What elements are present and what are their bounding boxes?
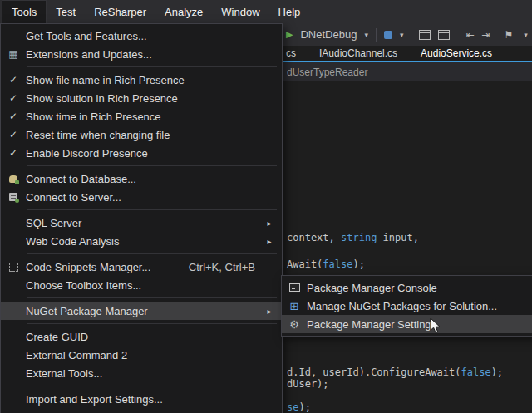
menu-item-customize[interactable]: Customize... (1, 408, 282, 413)
database-icon (9, 175, 17, 183)
code-line: Await(false); (287, 258, 365, 270)
chevron-down-icon[interactable]: ▾ (400, 31, 404, 39)
menu-separator (27, 209, 277, 210)
menubar: Tools Test ReSharper Analyze Window Help (0, 0, 532, 23)
extensions-icon: ▦ (8, 48, 17, 60)
menu-item-create-guid[interactable]: Create GUID (1, 327, 282, 346)
tab-audioservice[interactable]: AudioService.cs (409, 47, 504, 59)
tab-iaudiochannel[interactable]: IAudioChannel.cs (308, 47, 409, 59)
toolbar-overflow-icon[interactable]: ▾ (524, 31, 528, 39)
window-pane-icon[interactable] (419, 30, 431, 40)
submenu-arrow-icon: ▸ (262, 237, 277, 246)
menubar-item-tools[interactable]: Tools (2, 0, 47, 23)
checkmark-icon: ✓ (9, 74, 17, 86)
menu-separator (27, 386, 277, 386)
tools-menu: Get Tools and Features... ▦ Extensions a… (0, 23, 283, 413)
server-icon (9, 193, 17, 201)
menu-separator (27, 323, 277, 324)
menubar-item-test[interactable]: Test (47, 0, 85, 23)
checkmark-icon: ✓ (9, 129, 17, 140)
gear-icon: ⚙ (289, 318, 299, 331)
menu-item-package-manager-settings[interactable]: ⚙ Package Manager Settings (282, 315, 532, 333)
bookmark-icon[interactable]: ⚑ (505, 29, 514, 41)
debug-target-selector[interactable]: DNetDebug (300, 28, 357, 41)
indent-increase-icon[interactable]: ⇥ (482, 29, 490, 41)
menu-item-connect-to-server[interactable]: Connect to Server... (1, 188, 282, 206)
submenu-arrow-icon: ▸ (262, 219, 277, 228)
breadcrumb: dUserTypeReader (287, 66, 367, 78)
menu-item-import-export-settings[interactable]: Import and Export Settings... (1, 390, 282, 408)
code-line: se); (287, 401, 311, 413)
menu-item-extensions-and-updates[interactable]: ▦ Extensions and Updates... (1, 45, 282, 63)
packages-icon: ⊞ (290, 300, 299, 312)
menu-separator (27, 165, 277, 166)
menu-item-show-solution-rich-presence[interactable]: ✓ Show solution in Rich Presence (1, 89, 282, 107)
console-icon (289, 283, 300, 292)
menu-separator (27, 253, 277, 254)
menubar-item-analyze[interactable]: Analyze (155, 0, 212, 23)
menu-item-sql-server[interactable]: SQL Server ▸ (1, 214, 282, 232)
menu-item-external-command-2[interactable]: External Command 2 (1, 346, 282, 364)
menubar-item-resharper[interactable]: ReSharper (85, 0, 155, 23)
checkmark-icon: ✓ (9, 111, 17, 122)
indent-decrease-icon[interactable]: ⇤ (466, 29, 474, 41)
snippets-icon (9, 263, 18, 272)
shortcut-label: Ctrl+K, Ctrl+B (189, 261, 255, 273)
code-line: dUser); (287, 378, 329, 390)
checkmark-icon: ✓ (9, 147, 17, 159)
start-debug-icon[interactable]: ▶ (286, 29, 293, 40)
menu-separator (27, 297, 277, 298)
menu-item-enable-discord-presence[interactable]: ✓ Enable Discord Presence (1, 144, 282, 162)
menu-item-get-tools-and-features[interactable]: Get Tools and Features... (1, 27, 282, 45)
checkmark-icon: ✓ (9, 92, 17, 104)
chevron-down-icon[interactable]: ▾ (364, 31, 368, 39)
menu-item-choose-toolbox-items[interactable]: Choose Toolbox Items... (1, 276, 282, 294)
visual-studio-window: Tools Test ReSharper Analyze Window Help… (0, 0, 532, 413)
menu-item-reset-time-changing-file[interactable]: ✓ Reset time when changing file (1, 125, 282, 144)
menu-item-connect-to-database[interactable]: Connect to Database... (1, 170, 282, 188)
menu-item-manage-nuget-packages-solution[interactable]: ⊞ Manage NuGet Packages for Solution... (282, 297, 532, 315)
submenu-arrow-icon: ▸ (262, 307, 277, 316)
menu-item-nuget-package-manager[interactable]: NuGet Package Manager ▸ (1, 302, 282, 320)
window-pane-arrow-icon[interactable] (438, 30, 450, 40)
menu-item-show-time-rich-presence[interactable]: ✓ Show time in Rich Presence (1, 107, 282, 125)
menubar-item-window[interactable]: Window (212, 0, 268, 23)
find-tool-icon[interactable] (384, 31, 392, 39)
code-line: d.Id, userId).ConfigureAwait(false); (287, 366, 503, 378)
nuget-submenu: Package Manager Console ⊞ Manage NuGet P… (281, 275, 532, 337)
toolbar-separator (376, 28, 377, 42)
menu-item-code-snippets-manager[interactable]: Code Snippets Manager... Ctrl+K, Ctrl+B (1, 258, 282, 276)
menu-separator (27, 66, 277, 67)
code-line: context, string input, (287, 232, 419, 243)
menu-item-show-file-name-rich-presence[interactable]: ✓ Show file name in Rich Presence (1, 71, 282, 89)
menu-item-web-code-analysis[interactable]: Web Code Analysis ▸ (1, 232, 282, 250)
menu-item-package-manager-console[interactable]: Package Manager Console (282, 278, 532, 297)
menu-item-external-tools[interactable]: External Tools... (1, 364, 282, 382)
menubar-item-help[interactable]: Help (269, 0, 310, 23)
